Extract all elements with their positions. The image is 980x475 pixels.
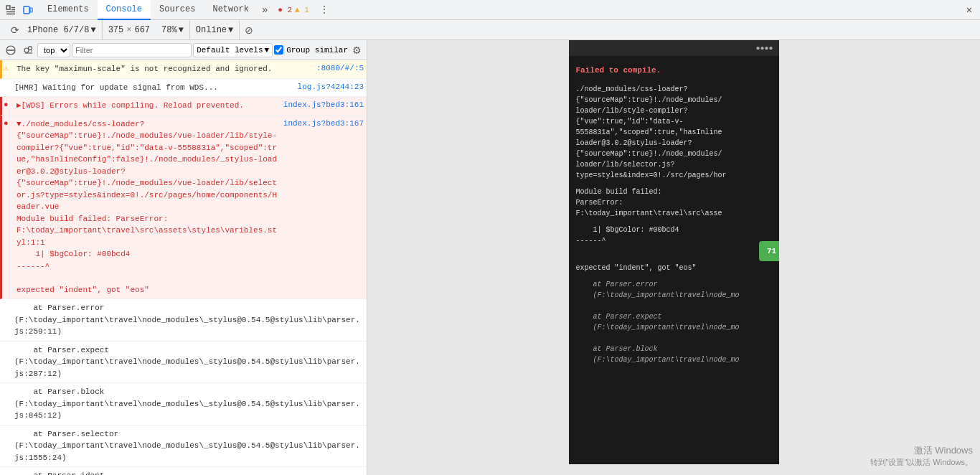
log-link-4[interactable]: index.js?bed3:167 [283,117,367,131]
device-selector[interactable]: iPhone 6/7/8 ▼ [27,25,96,35]
stack-icon-4 [0,427,11,428]
log-entry-error-2: ● ▼./node_modules/css-loader?{"sourceMap… [0,116,367,300]
windows-activate-detail: 转到"设置"以激活 Windows。 [870,457,974,468]
console-settings-button[interactable]: ⚙ [349,43,364,57]
mobile-preview: ●●●● Failed to compile. ./node_modules/c… [569,40,779,464]
log-entry-error-1: ● ▶[WDS] Errors while compiling. Reload … [0,97,367,116]
error-icon-1: ● [2,98,14,110]
log-text-7: at Parser.block(F:\today_important\trave… [11,385,367,423]
svg-rect-6 [30,8,32,12]
clear-console-button[interactable] [3,42,19,58]
log-link-2[interactable]: log.js?4244:23 [298,80,367,94]
filter-input[interactable] [72,43,192,57]
log-entry-warning: ⚠ The key "maximun-scale" is not recogni… [0,60,367,79]
log-link-1[interactable]: :8080/#/:5 [316,62,367,75]
module-build-failed: Module build failed: ParseError: F:\toda… [576,187,772,219]
stack-icon-3 [0,385,11,386]
group-similar-label[interactable]: Group similar [274,45,348,55]
zoom-selector[interactable]: 78% ▼ [156,20,190,39]
log-text-1: The key "maximun-scale" is not recognize… [14,62,316,77]
height-value: 667 [134,25,150,35]
width-value: 375 [108,25,124,35]
log-text-3: ▶[WDS] Errors while compiling. Reload pr… [14,98,283,113]
green-widget[interactable]: 71 [759,241,779,261]
inspect-element-button[interactable] [3,2,19,18]
mobile-status-dots: ●●●● [755,44,773,52]
compile-error-title: Failed to compile. [576,65,772,77]
console-toolbar: top Default levels ▼ Group similar ⚙ [0,40,367,60]
error-icon-2: ● [2,117,14,129]
stack-icon-2 [0,343,11,344]
stack-icon-1 [0,301,11,302]
compile-error-screen: Failed to compile. ./node_modules/css-lo… [569,56,779,464]
devtools-close-button[interactable]: ✕ [961,2,977,18]
warning-count: ▲ 1 [295,6,309,14]
tab-elements[interactable]: Elements [39,0,98,20]
device-section: ⟳ iPhone 6/7/8 ▼ [0,20,103,39]
log-text-5: at Parser.error(F:\today_important\trave… [11,301,367,339]
mobile-top-bar: ●●●● [569,40,779,56]
error-message: expected "indent", got "eos" [576,252,772,273]
log-entry-stack-3: at Parser.block(F:\today_important\trave… [0,383,367,425]
filter-toggle-button[interactable] [20,42,36,58]
log-text-8: at Parser.selector(F:\today_important\tr… [11,427,367,466]
svg-rect-5 [24,6,29,14]
log-text-9: at Parser.ident(F:\today_important\trave… [11,469,367,475]
no-throttle-button[interactable]: ⊘ [241,22,257,38]
stack-icon-5 [0,469,11,470]
more-tabs-button[interactable]: » [258,0,272,20]
dimension-separator: × [126,25,131,35]
error-count: ● 2 [278,6,292,14]
log-link-3[interactable]: index.js?bed3:161 [283,98,367,112]
compile-error-body: ./node_modules/css-loader? {"sourceMap":… [576,84,772,181]
windows-activate-text: 激活 Windows [870,444,974,457]
device-toolbar: ⟳ iPhone 6/7/8 ▼ 375 × 667 78% ▼ Online … [0,20,980,40]
main-area: top Default levels ▼ Group similar ⚙ ⚠ T… [0,40,980,475]
error-code-line: 1| $bgColor: #00bcd4 ------^ [576,225,772,246]
svg-point-10 [29,46,32,50]
svg-rect-0 [6,6,10,9]
warning-icon: ⚠ [2,62,14,74]
log-entry-stack-5: at Parser.ident(F:\today_important\trave… [0,467,367,475]
error-warning-counts: ● 2 ▲ 1 [272,6,315,14]
tab-sources[interactable]: Sources [151,0,204,20]
console-content[interactable]: ⚠ The key "maximun-scale" is not recogni… [0,60,367,475]
windows-watermark: 激活 Windows 转到"设置"以激活 Windows。 [870,444,974,468]
levels-selector[interactable]: Default levels ▼ [193,43,273,57]
log-entry-stack-4: at Parser.selector(F:\today_important\tr… [0,425,367,468]
device-toggle-button[interactable] [20,2,36,18]
dimension-display: 375 × 667 [103,25,156,35]
log-text-6: at Parser.expect(F:\today_important\trav… [11,343,367,382]
group-similar-checkbox[interactable] [274,45,283,55]
log-entry-stack-2: at Parser.expect(F:\today_important\trav… [0,342,367,384]
devtools-more-options-button[interactable]: ⋮ [315,0,334,20]
network-selector[interactable]: Online ▼ [190,20,240,39]
console-panel: top Default levels ▼ Group similar ⚙ ⚠ T… [0,40,367,475]
context-selector[interactable]: top [37,43,70,57]
log-text-4: ▼./node_modules/css-loader?{"sourceMap":… [14,117,283,298]
log-entry-stack-1: at Parser.error(F:\today_important\trave… [0,299,367,342]
tab-console[interactable]: Console [98,0,151,20]
log-entry-hmr: [HMR] Waiting for update signal from WDS… [0,79,367,98]
viewport-area: ●●●● Failed to compile. ./node_modules/c… [367,40,980,475]
devtools-controls [0,2,39,18]
devtools-tab-bar: Elements Console Sources Network » ● 2 ▲… [0,0,980,20]
info-icon-1 [0,80,11,82]
rotate-device-button[interactable]: ⟳ [7,22,23,38]
tab-network[interactable]: Network [204,0,257,20]
log-text-2: [HMR] Waiting for update signal from WDS… [11,80,298,95]
stack-trace-mobile: at Parser.error (F:\today_important\trav… [576,279,772,365]
